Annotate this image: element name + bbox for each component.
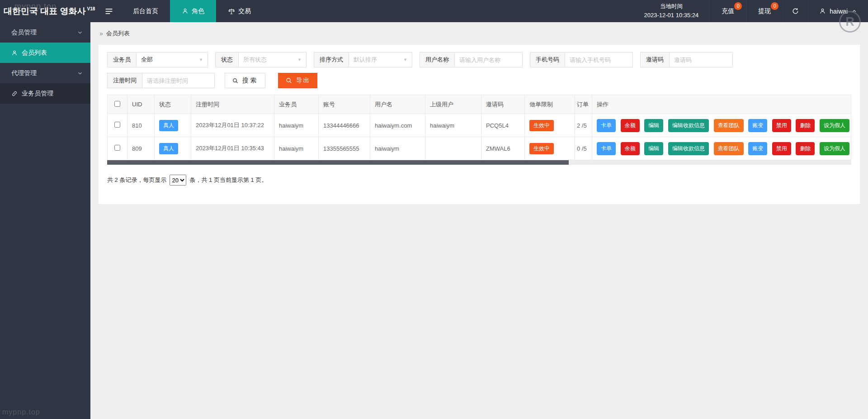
brand-text: 대한민국 대표 영화사 [4, 5, 86, 17]
top-navbar: 대한민국 대표 영화사 V18 后台首页 角色 交易 当地时间 2023-12-… [0, 0, 868, 22]
card-order-button[interactable]: 卡单 [597, 119, 616, 132]
sidebar-item-salesman-management[interactable]: 业务员管理 [0, 83, 90, 104]
person-icon [11, 50, 18, 56]
export-button-label: 导出 [296, 76, 310, 85]
brand-title: 대한민국 대표 영화사 V18 [0, 0, 97, 22]
row-checkbox[interactable] [114, 145, 120, 151]
pagination-prefix: 共 2 条记录，每页显示 [107, 176, 166, 184]
export-button[interactable]: 导出 [278, 73, 317, 88]
status-badge: 真人 [159, 120, 178, 131]
link-icon [11, 90, 18, 97]
cell-status: 真人 [155, 114, 191, 137]
select-all-cell [108, 95, 127, 114]
limit-badge: 生效中 [529, 120, 554, 131]
caret-down-icon: ▼ [297, 57, 302, 62]
sidebar-item-member-list[interactable]: 会员列表 [0, 43, 90, 63]
cell-orders: 0 /5 [575, 137, 592, 160]
sort-select[interactable]: 默认排序 ▼ [349, 52, 412, 67]
col-uid: UID [127, 95, 155, 114]
phone-input[interactable] [565, 52, 633, 67]
filter-regtime-label: 注册时间 [107, 73, 142, 88]
invite-code-input[interactable] [670, 52, 733, 67]
username-input[interactable] [455, 52, 523, 67]
table-row: 809 真人 2023年12月01日 10:35:43 haiwaiym 133… [108, 137, 851, 160]
user-menu[interactable]: haiwai [808, 0, 868, 22]
scrollbar-thumb[interactable] [107, 160, 569, 165]
breadcrumb: » 会员列表 [90, 22, 868, 44]
delete-button[interactable]: 删除 [796, 142, 815, 155]
member-table: UID 状态 注册时间 业务员 账号 用户名 上级用户 邀请码 做单限制 订单 … [107, 95, 851, 160]
menu-item-role[interactable]: 角色 [170, 0, 216, 22]
filter-status: 状态 所有状态 ▼ [215, 52, 307, 67]
status-select-placeholder: 所有状态 [243, 56, 267, 64]
col-actions: 操作 [592, 95, 851, 114]
sidebar-toggle-button[interactable] [97, 0, 121, 22]
regtime-input[interactable] [142, 73, 215, 88]
page-size-select[interactable]: 20 [170, 175, 186, 186]
salesman-select-value: 全部 [141, 56, 153, 64]
cell-order-limit: 生效中 [525, 137, 575, 160]
edit-button[interactable]: 编辑 [644, 142, 663, 155]
cell-account: 13355565555 [319, 137, 370, 160]
salesman-select[interactable]: 全部 ▼ [137, 52, 208, 67]
status-select[interactable]: 所有状态 ▼ [239, 52, 307, 67]
chevron-down-icon [77, 29, 83, 36]
withdraw-button[interactable]: 提现 0 [746, 0, 783, 22]
view-team-button[interactable]: 查看团队 [714, 119, 744, 132]
menu-item-dashboard[interactable]: 后台首页 [121, 0, 170, 22]
disable-button[interactable]: 禁用 [772, 119, 791, 132]
menu-item-trade[interactable]: 交易 [216, 0, 263, 22]
sidebar: 会员管理 会员列表 代理管理 业务员管理 mypnp.top [0, 22, 90, 419]
menu-item-label: 后台首页 [133, 7, 158, 15]
sidebar-item-label: 代理管理 [11, 69, 37, 77]
caret-down-icon: ▼ [199, 57, 203, 62]
account-change-button[interactable]: 账变 [748, 119, 767, 132]
search-icon [285, 77, 292, 84]
edit-payment-info-button[interactable]: 编辑收款信息 [668, 119, 709, 132]
withdraw-label: 提现 [758, 7, 771, 15]
edit-button[interactable]: 编辑 [644, 119, 663, 132]
balance-button[interactable]: 余额 [621, 142, 640, 155]
card-order-button[interactable]: 卡单 [597, 142, 616, 155]
pagination: 共 2 条记录，每页显示 20 条，共 1 页当前显示第 1 页。 [107, 175, 851, 186]
menu-item-label: 交易 [238, 7, 251, 15]
account-change-button[interactable]: 账变 [748, 142, 767, 155]
recharge-label: 充值 [722, 7, 734, 15]
search-button[interactable]: 搜索 [225, 73, 265, 88]
cell-uid: 810 [127, 114, 155, 137]
balance-button[interactable]: 余额 [621, 119, 640, 132]
view-team-button[interactable]: 查看团队 [714, 142, 744, 155]
filter-username-label: 用户名称 [420, 52, 455, 67]
watermark-domain-bottom: mypnp.top [2, 408, 40, 416]
row-checkbox[interactable] [114, 122, 120, 128]
set-fake-button[interactable]: 设为假人 [820, 142, 849, 155]
main-content: » 会员列表 业务员 全部 ▼ 状态 所有状态 ▼ [90, 22, 868, 419]
refresh-icon [792, 7, 799, 15]
horizontal-scrollbar[interactable] [107, 160, 851, 165]
edit-payment-info-button[interactable]: 编辑收款信息 [668, 142, 709, 155]
cell-parent-user [425, 137, 481, 160]
filter-salesman-label: 业务员 [107, 52, 137, 67]
table-row: 810 真人 2023年12月01日 10:37:22 haiwaiym 133… [108, 114, 851, 137]
menu-item-label: 角色 [192, 7, 204, 15]
row-select-cell [108, 137, 127, 160]
scales-icon [228, 8, 235, 15]
cell-account: 13344446666 [319, 114, 370, 137]
recharge-button[interactable]: 充值 0 [709, 0, 746, 22]
set-fake-button[interactable]: 设为假人 [820, 119, 849, 132]
caret-down-icon: ▼ [403, 57, 407, 62]
sidebar-group-agent-management[interactable]: 代理管理 [0, 63, 90, 83]
sidebar-item-label: 会员列表 [22, 49, 47, 57]
cell-parent-user: haiwaiym [425, 114, 481, 137]
local-time-value: 2023-12-01 10:35:24 [644, 11, 699, 20]
chevron-down-icon [77, 70, 83, 76]
col-username: 用户名 [370, 95, 425, 114]
cell-salesman: haiwaiym [274, 114, 319, 137]
refresh-button[interactable] [783, 0, 808, 22]
delete-button[interactable]: 删除 [796, 119, 815, 132]
sort-select-placeholder: 默认排序 [354, 56, 377, 64]
sidebar-group-member-management[interactable]: 会员管理 [0, 22, 90, 43]
username: haiwai [830, 8, 848, 15]
disable-button[interactable]: 禁用 [772, 142, 791, 155]
select-all-checkbox[interactable] [114, 101, 120, 107]
